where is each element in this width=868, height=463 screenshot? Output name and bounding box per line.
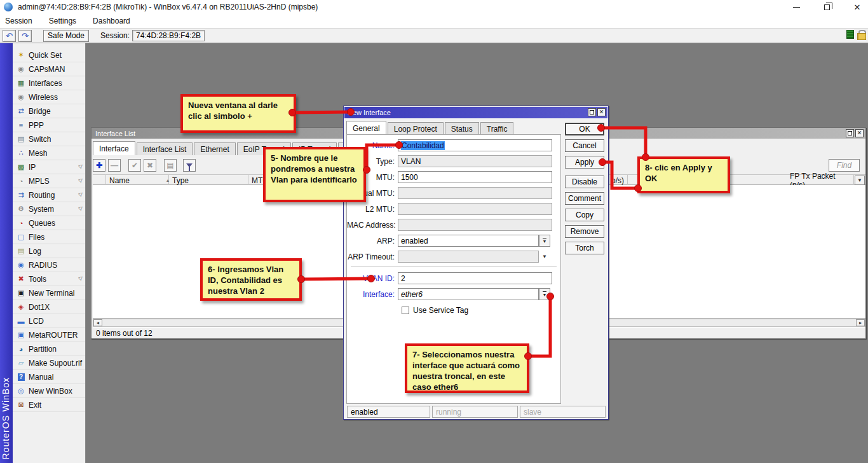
- name-input[interactable]: Contabilidad: [398, 139, 552, 151]
- sidebar-item-bridge[interactable]: Bridge: [13, 104, 85, 118]
- tab-interface[interactable]: Interface: [93, 141, 135, 155]
- ok-button[interactable]: OK: [565, 123, 604, 135]
- arp-dropdown-icon[interactable]: ▼: [539, 235, 550, 247]
- restore-icon: [848, 131, 852, 135]
- sidebar-item-queues[interactable]: Queues: [13, 216, 85, 230]
- sidebar-item-interfaces[interactable]: Interfaces: [13, 76, 85, 90]
- sidebar-item-exit[interactable]: Exit: [13, 398, 85, 412]
- menu-dashboard[interactable]: Dashboard: [93, 17, 130, 25]
- sidebar-item-switch[interactable]: Switch: [13, 132, 85, 146]
- sidebar-item-quick-set[interactable]: Quick Set: [13, 48, 85, 62]
- sidebar-item-mpls[interactable]: MPLS▷: [13, 174, 85, 188]
- restore-icon: [824, 4, 830, 10]
- add-plus-icon[interactable]: ✚: [93, 159, 105, 172]
- sidebar-item-wireless[interactable]: Wireless: [13, 90, 85, 104]
- column-select-arrow-icon[interactable]: ▼: [855, 176, 865, 185]
- sidebar-item-metarouter[interactable]: MetaROUTER: [13, 328, 85, 342]
- comment-card-icon[interactable]: ▤: [164, 159, 177, 172]
- arp-select[interactable]: enabled: [398, 235, 539, 247]
- close-icon[interactable]: ✕: [855, 129, 864, 137]
- sidebar-item-tools[interactable]: Tools▷: [13, 272, 85, 286]
- filter-funnel-icon[interactable]: [183, 159, 196, 172]
- tab-general[interactable]: General: [346, 121, 386, 135]
- safe-mode-button[interactable]: Safe Mode: [43, 30, 89, 42]
- menu-settings[interactable]: Settings: [49, 17, 76, 25]
- annotation-new-window: Nueva ventana al darle clic al simbolo +: [180, 94, 296, 133]
- main-titlebar: admin@74:4D:28:B9:F4:2B (MikroTik) - Win…: [0, 0, 868, 14]
- mac-address-value: [398, 219, 552, 231]
- tools-icon: [16, 275, 26, 284]
- tab-traffic[interactable]: Traffic: [480, 122, 514, 135]
- sidebar-item-mesh[interactable]: Mesh: [13, 146, 85, 160]
- tab-status[interactable]: Status: [445, 122, 479, 135]
- close-icon: ✕: [854, 3, 861, 12]
- blank-column-header[interactable]: [93, 175, 106, 186]
- restore-icon: [590, 110, 594, 114]
- routing-icon: [16, 191, 26, 200]
- undo-button[interactable]: ↶: [3, 30, 16, 42]
- restore-button[interactable]: [820, 1, 834, 13]
- scroll-left-icon[interactable]: ◂: [93, 319, 102, 326]
- sidebar-item-ppp[interactable]: PPP: [13, 118, 85, 132]
- interface-dropdown-icon[interactable]: ▼: [539, 288, 550, 300]
- status-slave: slave: [520, 406, 606, 418]
- scroll-right-icon[interactable]: ▸: [856, 319, 865, 326]
- dialog-titlebar[interactable]: New Interface ✕: [344, 107, 607, 118]
- enable-check-icon[interactable]: ✔: [128, 159, 141, 172]
- comment-button[interactable]: Comment: [565, 192, 604, 205]
- restore-button[interactable]: [846, 129, 854, 137]
- restore-button[interactable]: [588, 108, 596, 116]
- tab-interface-list[interactable]: Interface List: [137, 142, 193, 155]
- arp-timeout-dropdown-icon[interactable]: ▼: [539, 254, 550, 259]
- fp-tx-packet-column-header[interactable]: FP Tx Packet (p/s): [787, 175, 854, 186]
- sidebar-item-files[interactable]: Files: [13, 230, 85, 244]
- sidebar-item-make-supout[interactable]: Make Supout.rif: [13, 356, 85, 370]
- tab-loop-protect[interactable]: Loop Protect: [388, 122, 444, 135]
- minimize-button[interactable]: [789, 1, 803, 13]
- sidebar-item-new-winbox[interactable]: New WinBox: [13, 384, 85, 398]
- tab-ethernet[interactable]: Ethernet: [194, 142, 235, 155]
- type-column-header[interactable]: Type: [169, 175, 248, 186]
- menu-session[interactable]: Session: [5, 17, 32, 25]
- status-enabled: enabled: [347, 406, 430, 418]
- sidebar-item-ip[interactable]: IP▷: [13, 160, 85, 174]
- remove-minus-icon[interactable]: —: [108, 159, 121, 172]
- copy-button[interactable]: Copy: [565, 209, 604, 221]
- sidebar-item-capsman[interactable]: CAPsMAN: [13, 62, 85, 76]
- arp-timeout-input[interactable]: [398, 251, 539, 263]
- cancel-button[interactable]: Cancel: [565, 139, 604, 152]
- disable-button[interactable]: Disable: [565, 176, 604, 188]
- sidebar-item-new-terminal[interactable]: New Terminal: [13, 286, 85, 300]
- interface-select[interactable]: ether6: [398, 288, 539, 300]
- sidebar-item-routing[interactable]: Routing▷: [13, 188, 85, 202]
- sidebar-item-partition[interactable]: Partition: [13, 342, 85, 356]
- torch-button[interactable]: Torch: [565, 242, 604, 254]
- nic-icon: [16, 79, 26, 88]
- remove-button[interactable]: Remove: [565, 225, 604, 238]
- monitor-icon: [16, 331, 26, 340]
- vlan-id-input[interactable]: 2: [398, 272, 552, 284]
- mtu-input[interactable]: 1500: [398, 171, 552, 183]
- submenu-arrow-icon: ▷: [78, 190, 85, 197]
- name-column-header[interactable]: Name▴: [106, 175, 169, 186]
- sidebar-item-lcd[interactable]: LCD: [13, 314, 85, 328]
- redo-button[interactable]: ↷: [18, 30, 32, 42]
- use-service-tag-checkbox[interactable]: [402, 307, 409, 314]
- sidebar-item-dot1x[interactable]: Dot1X: [13, 300, 85, 314]
- exit-door-icon: [16, 401, 26, 410]
- sidebar-item-radius[interactable]: RADIUS: [13, 258, 85, 272]
- find-button[interactable]: Find: [829, 159, 860, 172]
- dialog-title: New Interface: [348, 109, 391, 116]
- sidebar-item-system[interactable]: System▷: [13, 202, 85, 216]
- close-icon[interactable]: ✕: [597, 108, 606, 116]
- interface-label: Interface:: [347, 290, 398, 299]
- apply-button[interactable]: Apply: [565, 156, 604, 169]
- annotation-step8-apply-ok: 8- clic en Apply y OK: [637, 156, 730, 193]
- close-button[interactable]: ✕: [850, 1, 864, 13]
- disable-x-icon[interactable]: ✖: [144, 159, 156, 172]
- log-icon: [16, 247, 26, 256]
- mac-address-label: MAC Address:: [347, 221, 398, 230]
- sidebar-item-manual[interactable]: Manual: [13, 370, 85, 384]
- submenu-arrow-icon: ▷: [78, 204, 85, 211]
- sidebar-item-log[interactable]: Log: [13, 244, 85, 258]
